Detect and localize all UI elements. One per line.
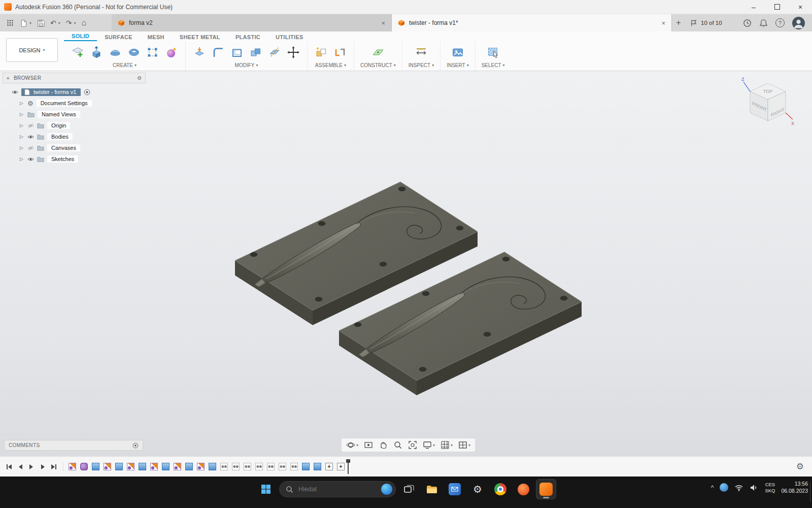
notifications-bell-icon[interactable] bbox=[759, 19, 768, 27]
display-settings-button[interactable]: ▾ bbox=[420, 439, 437, 451]
browser-item-origin[interactable]: ▷ Origin bbox=[3, 120, 146, 131]
timeline-position-marker[interactable] bbox=[348, 460, 349, 474]
browser-item-named-views[interactable]: ▷ Named Views bbox=[3, 109, 146, 119]
inspect-dropdown[interactable]: INSPECT▾ bbox=[409, 62, 434, 71]
browser-minimize-icon[interactable]: ⊖ bbox=[137, 75, 142, 81]
look-at-button[interactable] bbox=[361, 439, 376, 451]
taskbar-search[interactable] bbox=[279, 481, 396, 497]
eye-off-icon[interactable] bbox=[27, 145, 34, 151]
timeline-extrude-icon[interactable] bbox=[314, 463, 321, 470]
timeline-extrude-icon[interactable] bbox=[139, 463, 146, 470]
tray-app-icon[interactable] bbox=[720, 483, 728, 492]
taskbar-app-mail[interactable] bbox=[445, 480, 464, 499]
browser-item-label[interactable]: Canvases bbox=[47, 144, 80, 151]
timeline-sketch-icon[interactable] bbox=[150, 463, 158, 470]
undo-icon[interactable]: ↶ bbox=[50, 19, 56, 26]
task-view-button[interactable] bbox=[399, 480, 419, 499]
browser-item-label[interactable]: Named Views bbox=[38, 111, 80, 118]
eye-icon[interactable] bbox=[27, 134, 34, 140]
extrude-button[interactable] bbox=[89, 45, 104, 60]
timeline-extrude-icon[interactable] bbox=[209, 463, 216, 470]
search-input[interactable] bbox=[297, 485, 370, 493]
tab-plastic[interactable]: PLASTIC bbox=[228, 34, 268, 41]
browser-item-label[interactable]: Origin bbox=[47, 122, 70, 129]
browser-item-document-settings[interactable]: ▷ ⚙ Document Settings bbox=[3, 98, 146, 108]
tab-forma-v2[interactable]: forma v2 × bbox=[112, 14, 392, 31]
create-dropdown[interactable]: CREATE▾ bbox=[113, 62, 137, 71]
timeline-hole-icon[interactable] bbox=[279, 463, 286, 470]
fit-view-button[interactable] bbox=[405, 439, 420, 451]
start-button[interactable] bbox=[256, 480, 276, 499]
recent-data-clock-icon[interactable] bbox=[743, 19, 752, 27]
job-status[interactable]: 10 of 10 bbox=[685, 19, 727, 27]
timeline-hole-icon[interactable] bbox=[255, 463, 263, 470]
wifi-icon[interactable] bbox=[734, 484, 743, 492]
viewcube-top-face[interactable]: TOP bbox=[763, 89, 772, 94]
activate-component-radio-icon[interactable] bbox=[84, 89, 90, 96]
tab-surface[interactable]: SURFACE bbox=[97, 34, 140, 41]
timeline-hole-icon[interactable] bbox=[220, 463, 228, 470]
split-body-button[interactable] bbox=[267, 45, 282, 60]
comments-panel[interactable]: COMMENTS bbox=[4, 440, 143, 451]
browser-header[interactable]: « BROWSER ⊖ bbox=[3, 73, 146, 83]
timeline-move-icon[interactable]: + bbox=[337, 463, 345, 470]
sweep-button[interactable] bbox=[126, 45, 142, 60]
browser-root-row[interactable]: twister - forma v1 bbox=[3, 87, 146, 97]
construction-plane-button[interactable] bbox=[370, 45, 386, 60]
home-view-icon[interactable]: ⌂ bbox=[82, 19, 87, 27]
app-grid-menu-icon[interactable] bbox=[6, 19, 14, 27]
new-tab-button[interactable]: + bbox=[672, 18, 685, 27]
taskbar-app-fusion360[interactable] bbox=[536, 480, 556, 499]
eye-icon[interactable] bbox=[12, 89, 18, 96]
eye-off-icon[interactable] bbox=[27, 122, 34, 129]
expand-arrow-icon[interactable]: ▷ bbox=[20, 145, 24, 150]
minimize-button[interactable]: – bbox=[742, 0, 765, 14]
root-component-label[interactable]: twister - forma v1 bbox=[21, 88, 81, 96]
taskbar-app-settings[interactable]: ⚙ bbox=[468, 480, 487, 499]
browser-item-label[interactable]: Sketches bbox=[47, 155, 78, 163]
zoom-button[interactable] bbox=[391, 439, 405, 451]
timeline-sketch-icon[interactable] bbox=[174, 463, 181, 470]
timeline-hole-icon[interactable] bbox=[232, 463, 240, 470]
form-button[interactable] bbox=[164, 45, 179, 60]
taskbar-app-chrome[interactable] bbox=[491, 480, 510, 499]
taskbar-app-opera[interactable] bbox=[514, 480, 533, 499]
save-icon[interactable] bbox=[37, 19, 45, 27]
primitive-box-button[interactable] bbox=[145, 45, 160, 60]
tab-mesh[interactable]: MESH bbox=[140, 34, 172, 41]
timeline-step-back-button[interactable] bbox=[16, 462, 24, 471]
browser-item-sketches[interactable]: ▷ Sketches bbox=[3, 154, 146, 164]
new-component-button[interactable] bbox=[314, 45, 329, 60]
tab-sheet-metal[interactable]: SHEET METAL bbox=[172, 34, 228, 41]
taskbar-clock[interactable]: 13:56 06.08.2023 bbox=[781, 481, 808, 494]
create-sketch-button[interactable] bbox=[70, 45, 85, 60]
timeline-extrude-icon[interactable] bbox=[185, 463, 193, 470]
modify-dropdown[interactable]: MODIFY▾ bbox=[235, 62, 258, 71]
timeline-skip-start-button[interactable] bbox=[5, 462, 13, 471]
language-indicator[interactable]: CES SKQ bbox=[765, 482, 775, 494]
timeline-sketch-icon[interactable] bbox=[127, 463, 134, 470]
timeline-extrude-icon[interactable] bbox=[302, 463, 310, 470]
volume-icon[interactable] bbox=[750, 484, 759, 492]
tab-close-icon[interactable]: × bbox=[661, 19, 665, 27]
press-pull-button[interactable] bbox=[192, 45, 207, 60]
tab-twister-forma-v1[interactable]: twister - forma v1* × bbox=[392, 14, 672, 31]
browser-item-label[interactable]: Bodies bbox=[47, 133, 73, 140]
orbit-button[interactable]: ▾ bbox=[344, 439, 361, 451]
file-explorer-button[interactable] bbox=[422, 480, 442, 499]
timeline-hole-icon[interactable] bbox=[290, 463, 298, 470]
expand-arrow-icon[interactable]: ▷ bbox=[20, 156, 24, 162]
layout-grid-button[interactable]: ▾ bbox=[438, 439, 455, 451]
timeline-sketch-icon[interactable] bbox=[104, 463, 111, 470]
bing-icon[interactable] bbox=[381, 484, 392, 495]
file-menu-caret-icon[interactable]: ▾ bbox=[29, 21, 31, 25]
timeline-skip-end-button[interactable] bbox=[50, 462, 58, 471]
close-button[interactable]: × bbox=[789, 0, 812, 14]
user-avatar[interactable] bbox=[792, 17, 805, 29]
joint-button[interactable] bbox=[332, 45, 348, 60]
tab-utilities[interactable]: UTILITIES bbox=[268, 34, 311, 41]
expand-arrow-icon[interactable]: ▷ bbox=[20, 123, 24, 128]
view-cube[interactable]: TOP FRONT RIGHT Z X bbox=[740, 76, 797, 133]
viewports-button[interactable]: ▾ bbox=[456, 439, 473, 451]
redo-caret-icon[interactable]: ▾ bbox=[74, 21, 76, 25]
